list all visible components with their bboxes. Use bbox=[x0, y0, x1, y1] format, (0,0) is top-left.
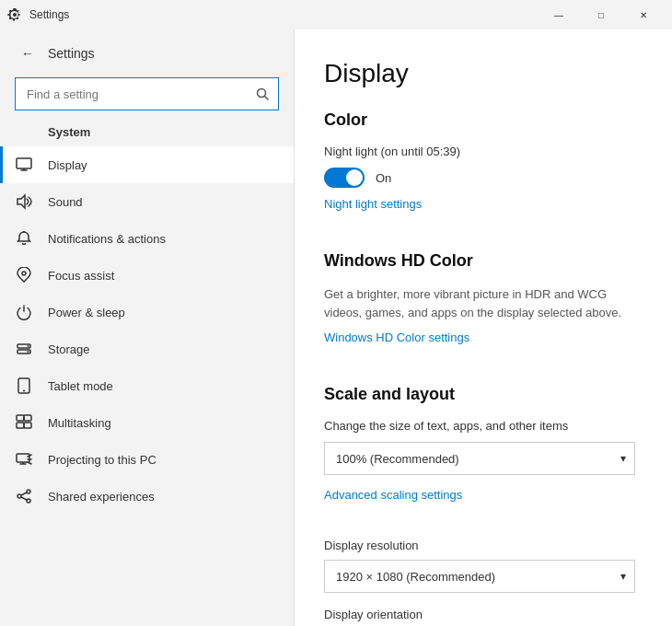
sidebar-item-display[interactable]: Display bbox=[0, 146, 294, 183]
titlebar: Settings — □ ✕ bbox=[0, 0, 672, 29]
orientation-label: Display orientation bbox=[324, 608, 635, 621]
titlebar-left: Settings bbox=[7, 7, 69, 22]
svg-marker-5 bbox=[17, 195, 25, 208]
scale-dropdown[interactable]: 100% (Recommended) 125% 150% 175% bbox=[324, 442, 635, 475]
sidebar-item-projecting-label: Projecting to this PC bbox=[48, 453, 156, 467]
sidebar-item-power-label: Power & sleep bbox=[48, 306, 125, 319]
night-light-toggle-row: On bbox=[324, 168, 635, 188]
search-input[interactable] bbox=[15, 77, 279, 110]
sidebar-item-focus-label: Focus assist bbox=[48, 269, 114, 283]
sidebar-item-notifications[interactable]: Notifications & actions bbox=[0, 220, 294, 257]
svg-point-13 bbox=[23, 390, 25, 392]
color-section: Color Night light (on until 05:39) On Ni… bbox=[324, 110, 635, 233]
sidebar-nav: Display Sound bbox=[0, 146, 294, 515]
svg-line-28 bbox=[21, 497, 27, 500]
svg-line-23 bbox=[28, 462, 31, 464]
sidebar-item-shared-label: Shared experiences bbox=[48, 490, 155, 504]
sidebar: ← Settings System bbox=[0, 29, 295, 626]
advanced-scaling-link[interactable]: Advanced scaling settings bbox=[324, 488, 462, 502]
hd-color-settings-link[interactable]: Windows HD Color settings bbox=[324, 330, 469, 344]
storage-icon bbox=[15, 340, 33, 358]
tablet-icon bbox=[15, 377, 33, 395]
sidebar-item-sound-label: Sound bbox=[48, 195, 83, 209]
notifications-icon bbox=[15, 229, 33, 248]
system-label: System bbox=[0, 122, 294, 146]
svg-rect-15 bbox=[24, 415, 31, 421]
svg-line-21 bbox=[28, 455, 31, 457]
titlebar-title: Settings bbox=[29, 8, 69, 21]
color-section-title: Color bbox=[324, 110, 635, 130]
minimize-button[interactable]: — bbox=[538, 0, 580, 29]
search-button[interactable] bbox=[246, 77, 279, 110]
focus-icon bbox=[15, 266, 33, 284]
svg-line-1 bbox=[265, 97, 269, 100]
sidebar-header: ← Settings bbox=[0, 29, 294, 74]
sidebar-item-multitasking-label: Multitasking bbox=[48, 416, 111, 430]
multitasking-icon bbox=[15, 413, 33, 432]
svg-rect-2 bbox=[17, 158, 31, 168]
svg-point-6 bbox=[23, 231, 25, 233]
svg-point-10 bbox=[28, 345, 29, 347]
sidebar-item-storage[interactable]: Storage bbox=[0, 330, 294, 367]
sidebar-item-storage-label: Storage bbox=[48, 342, 90, 356]
night-light-toggle-label: On bbox=[376, 171, 391, 185]
sidebar-item-multitasking[interactable]: Multitasking bbox=[0, 404, 294, 441]
resolution-dropdown-container: 1920 × 1080 (Recommended) 1280 × 720 102… bbox=[324, 560, 635, 593]
svg-line-27 bbox=[21, 493, 27, 495]
sidebar-item-tablet-label: Tablet mode bbox=[48, 379, 113, 393]
page-title: Display bbox=[324, 59, 635, 88]
svg-point-7 bbox=[22, 272, 26, 275]
settings-app-icon bbox=[7, 7, 22, 22]
projecting-icon bbox=[15, 450, 33, 469]
svg-point-11 bbox=[28, 351, 29, 353]
search-icon bbox=[256, 87, 269, 100]
svg-rect-18 bbox=[17, 454, 29, 462]
night-light-settings-link[interactable]: Night light settings bbox=[324, 197, 422, 211]
sidebar-item-shared[interactable]: Shared experiences bbox=[0, 478, 294, 515]
sidebar-item-notifications-label: Notifications & actions bbox=[48, 232, 166, 246]
sound-icon bbox=[15, 192, 33, 211]
sidebar-app-title: Settings bbox=[48, 46, 95, 61]
back-button[interactable]: ← bbox=[15, 41, 41, 66]
svg-rect-17 bbox=[24, 423, 31, 428]
hd-color-section: Windows HD Color Get a brighter, more vi… bbox=[324, 251, 635, 366]
sidebar-item-power[interactable]: Power & sleep bbox=[0, 294, 294, 330]
power-icon bbox=[15, 303, 33, 321]
scale-section-title: Scale and layout bbox=[324, 385, 635, 404]
svg-rect-16 bbox=[17, 423, 24, 428]
scale-section: Scale and layout Change the size of text… bbox=[324, 385, 635, 621]
content-wrapper: Display Color Night light (on until 05:3… bbox=[295, 29, 672, 626]
sidebar-item-sound[interactable]: Sound bbox=[0, 183, 294, 220]
sidebar-item-display-label: Display bbox=[48, 158, 87, 172]
scale-dropdown-container: 100% (Recommended) 125% 150% 175% ▾ bbox=[324, 442, 635, 475]
svg-rect-14 bbox=[17, 415, 24, 421]
night-light-toggle[interactable] bbox=[324, 168, 365, 188]
sidebar-item-projecting[interactable]: Projecting to this PC bbox=[0, 441, 294, 478]
maximize-button[interactable]: □ bbox=[580, 0, 622, 29]
titlebar-controls: — □ ✕ bbox=[538, 0, 665, 29]
resolution-dropdown[interactable]: 1920 × 1080 (Recommended) 1280 × 720 102… bbox=[324, 560, 635, 593]
sidebar-item-tablet[interactable]: Tablet mode bbox=[0, 367, 294, 404]
search-box bbox=[15, 77, 279, 110]
hd-color-title: Windows HD Color bbox=[324, 251, 635, 271]
shared-icon bbox=[15, 487, 33, 505]
sidebar-item-focus[interactable]: Focus assist bbox=[0, 257, 294, 294]
content-area: Display Color Night light (on until 05:3… bbox=[295, 29, 672, 626]
night-light-label: Night light (on until 05:39) bbox=[324, 145, 635, 158]
close-button[interactable]: ✕ bbox=[622, 0, 665, 29]
hd-color-description: Get a brighter, more vibrant picture in … bbox=[324, 285, 635, 321]
display-icon bbox=[15, 156, 33, 174]
app-container: ← Settings System bbox=[0, 29, 672, 626]
change-size-label: Change the size of text, apps, and other… bbox=[324, 419, 635, 433]
resolution-label: Display resolution bbox=[324, 539, 635, 552]
